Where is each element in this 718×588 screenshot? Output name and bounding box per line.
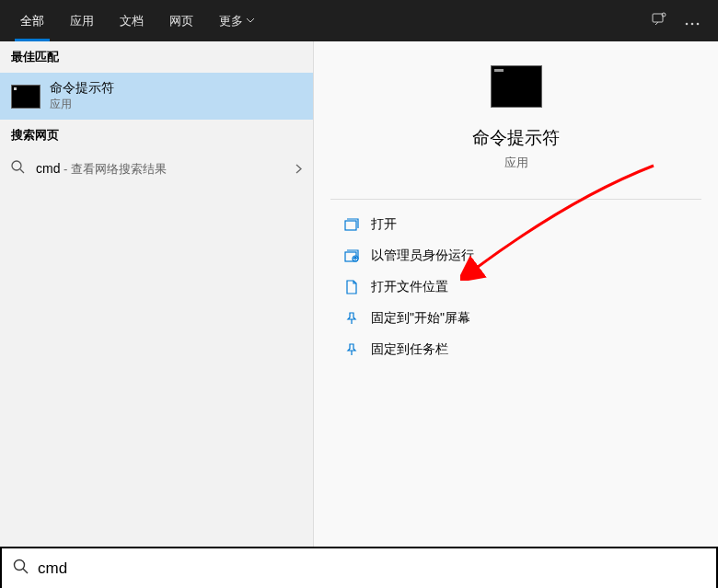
divider (330, 199, 701, 200)
action-label: 固定到任务栏 (371, 341, 448, 358)
cmd-icon (11, 85, 41, 109)
svg-point-5 (12, 161, 21, 170)
chevron-down-icon (247, 18, 254, 23)
preview-title: 命令提示符 (472, 126, 560, 150)
pin-taskbar-icon (343, 341, 360, 358)
right-panel: 命令提示符 应用 打开 以管理员身份运行 打开文件位置 (314, 41, 718, 547)
tab-docs[interactable]: 文档 (107, 0, 156, 41)
body-area: 最佳匹配 命令提示符 应用 搜索网页 cmd - 查看网络搜索结果 命令提示符 (0, 41, 718, 547)
left-panel: 最佳匹配 命令提示符 应用 搜索网页 cmd - 查看网络搜索结果 (0, 41, 314, 547)
action-label: 固定到"开始"屏幕 (371, 310, 470, 327)
svg-point-4 (697, 22, 700, 25)
result-command-prompt[interactable]: 命令提示符 应用 (0, 73, 313, 120)
feedback-icon[interactable] (652, 12, 666, 30)
svg-rect-6 (345, 221, 356, 230)
svg-point-9 (15, 560, 25, 571)
open-icon (343, 216, 360, 233)
search-bar[interactable] (0, 547, 718, 588)
action-run-admin[interactable]: 以管理员身份运行 (338, 240, 694, 271)
preview-subtitle: 应用 (504, 155, 528, 171)
folder-icon (343, 279, 360, 295)
tab-web[interactable]: 网页 (156, 0, 206, 41)
tab-apps[interactable]: 应用 (57, 0, 107, 41)
result-text: 命令提示符 应用 (50, 80, 302, 112)
action-label: 打开 (371, 216, 397, 233)
web-search-item[interactable]: cmd - 查看网络搜索结果 (0, 151, 313, 187)
action-list: 打开 以管理员身份运行 打开文件位置 固定到"开始"屏幕 (330, 209, 701, 365)
preview-cmd-icon (491, 65, 542, 108)
chevron-right-icon (295, 161, 302, 178)
action-open-location[interactable]: 打开文件位置 (338, 271, 694, 303)
admin-icon (343, 248, 360, 264)
header-tabs: 全部 应用 文档 网页 更多 (7, 0, 267, 41)
web-search-header: 搜索网页 (0, 120, 313, 151)
search-input[interactable] (38, 559, 705, 578)
header-bar: 全部 应用 文档 网页 更多 (0, 0, 718, 41)
search-icon (13, 559, 29, 578)
web-query-text: cmd - 查看网络搜索结果 (36, 161, 167, 178)
svg-point-3 (691, 22, 694, 25)
action-pin-taskbar[interactable]: 固定到任务栏 (338, 334, 694, 365)
action-label: 以管理员身份运行 (371, 248, 474, 264)
result-title: 命令提示符 (50, 80, 302, 97)
best-match-header: 最佳匹配 (0, 41, 313, 73)
svg-rect-0 (653, 14, 663, 22)
pin-icon (343, 310, 360, 327)
action-open[interactable]: 打开 (338, 209, 694, 240)
search-icon (11, 160, 25, 178)
action-pin-start[interactable]: 固定到"开始"屏幕 (338, 303, 694, 334)
tab-more[interactable]: 更多 (206, 0, 267, 41)
svg-point-2 (686, 22, 689, 25)
result-subtitle: 应用 (50, 97, 302, 112)
tab-all[interactable]: 全部 (7, 0, 57, 41)
preview-card: 命令提示符 应用 (330, 63, 701, 171)
action-label: 打开文件位置 (371, 279, 448, 295)
header-actions (652, 12, 711, 30)
more-icon[interactable] (685, 13, 700, 29)
